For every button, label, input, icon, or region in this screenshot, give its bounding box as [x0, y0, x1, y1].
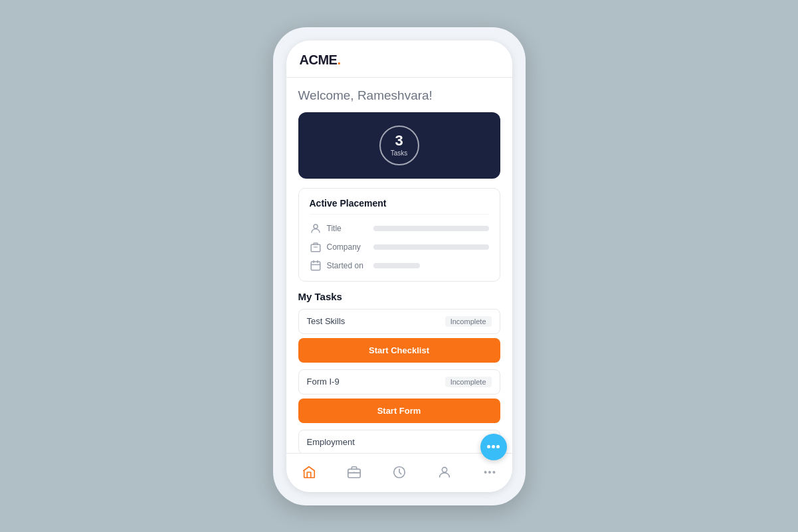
main-content: Welcome, Rameshvara! 3 Tasks Active Plac… — [286, 78, 512, 453]
svg-rect-1 — [311, 244, 320, 252]
logo-text: ACME — [300, 52, 338, 67]
user-icon — [310, 222, 322, 234]
task-name-employment: Employment — [307, 437, 355, 447]
device-frame: ACME. Welcome, Rameshvara! 3 Tasks Activ… — [273, 27, 526, 505]
chat-dot-3 — [496, 445, 500, 448]
bottom-navigation — [286, 453, 512, 492]
nav-home[interactable] — [297, 460, 321, 484]
logo-dot: . — [337, 52, 340, 67]
placement-card-title: Active Placement — [310, 198, 489, 215]
tasks-summary-card: 3 Tasks — [298, 112, 500, 179]
task-status-test-skills: Incomplete — [445, 316, 492, 327]
my-tasks-section: My Tasks Test Skills Incomplete Start Ch… — [298, 291, 500, 453]
company-field-label: Company — [327, 242, 368, 252]
svg-rect-8 — [348, 469, 359, 478]
task-status-form-i9: Incomplete — [445, 377, 492, 387]
task-name-test-skills: Test Skills — [307, 316, 346, 326]
tasks-count: 3 — [395, 133, 403, 148]
svg-point-15 — [493, 471, 494, 472]
chat-dot-1 — [487, 445, 490, 448]
task-item-form-i9: Form I-9 Incomplete — [298, 369, 500, 395]
clock-icon — [392, 465, 407, 480]
my-tasks-title: My Tasks — [298, 291, 500, 302]
svg-point-13 — [484, 471, 486, 472]
start-form-button[interactable]: Start Form — [298, 399, 500, 423]
title-field-label: Title — [327, 224, 368, 233]
calendar-icon — [310, 260, 322, 272]
placement-title-row: Title — [310, 222, 489, 234]
phone-frame: ACME. Welcome, Rameshvara! 3 Tasks Activ… — [286, 41, 512, 492]
more-icon — [482, 465, 497, 480]
chat-bubble-button[interactable] — [480, 434, 507, 460]
nav-briefcase[interactable] — [342, 460, 366, 484]
company-placeholder — [373, 244, 489, 250]
started-field-label: Started on — [327, 261, 368, 270]
active-placement-card: Active Placement Title C — [298, 188, 500, 282]
placement-started-row: Started on — [310, 260, 489, 272]
briefcase-icon — [347, 465, 361, 480]
placement-company-row: Company — [310, 241, 489, 253]
home-icon — [302, 465, 316, 480]
nav-more[interactable] — [478, 460, 502, 484]
task-name-form-i9: Form I-9 — [307, 377, 340, 387]
svg-rect-4 — [311, 262, 320, 270]
title-placeholder — [373, 226, 489, 231]
nav-user[interactable] — [433, 460, 456, 484]
chat-dot-2 — [492, 445, 495, 448]
svg-point-14 — [488, 471, 490, 472]
tasks-circle: 3 Tasks — [379, 126, 419, 165]
nav-clock[interactable] — [387, 460, 411, 484]
svg-point-12 — [442, 467, 447, 472]
app-header: ACME. — [286, 41, 512, 78]
task-item-employment: Employment — [298, 430, 500, 453]
start-checklist-button[interactable]: Start Checklist — [298, 338, 500, 363]
app-logo: ACME. — [300, 52, 499, 68]
task-item-test-skills: Test Skills Incomplete — [298, 309, 500, 334]
user-nav-icon — [437, 465, 452, 480]
tasks-label: Tasks — [391, 149, 408, 157]
chat-dots — [487, 445, 500, 448]
company-icon — [310, 241, 322, 253]
welcome-message: Welcome, Rameshvara! — [298, 88, 500, 103]
svg-point-0 — [314, 224, 318, 228]
started-placeholder — [373, 263, 420, 268]
